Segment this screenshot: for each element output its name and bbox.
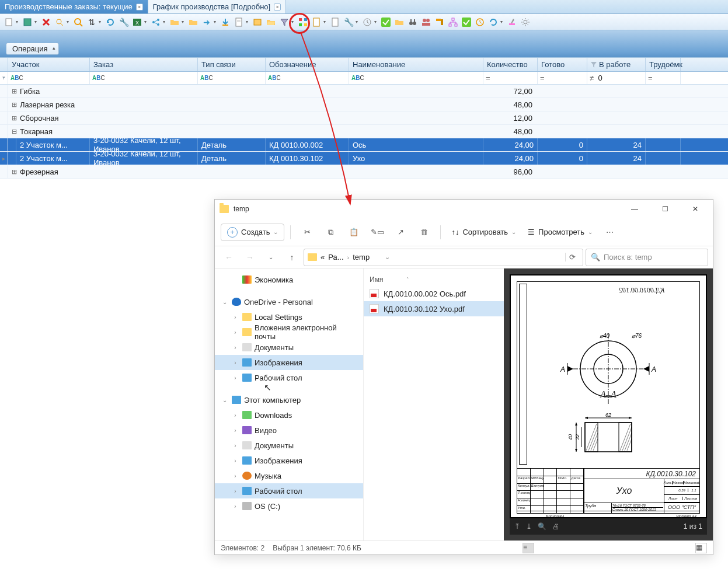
export-down-icon[interactable]: ⤓ <box>526 522 532 531</box>
row-indicator[interactable]: ▸ <box>0 152 8 165</box>
recent-button[interactable]: ⌄ <box>262 248 280 267</box>
col-oboznachenie[interactable]: Обозначение <box>266 58 349 71</box>
title-bar[interactable]: temp — ☐ ✕ <box>215 200 713 218</box>
refresh-icon[interactable] <box>104 16 117 29</box>
chevron-icon[interactable]: › <box>231 412 239 418</box>
tab-schedule[interactable]: График производства [Подробно] × <box>148 0 287 13</box>
dropdown-icon[interactable]: ▾ <box>323 19 328 25</box>
address-bar[interactable]: « Ра... › temp ⌄ ⟳ <box>304 249 583 266</box>
cell-trudoemk[interactable] <box>646 138 681 151</box>
chevron-icon[interactable]: › <box>231 344 239 351</box>
cell-gotovo[interactable]: 0 <box>538 152 587 165</box>
dropdown-icon[interactable]: ▾ <box>182 19 186 25</box>
row-selector-header[interactable] <box>0 58 8 71</box>
tool-icon[interactable]: 🔧 <box>342 16 355 29</box>
folder2-icon[interactable] <box>187 16 200 29</box>
cell-zakaz[interactable]: 3-20-0032 Качели, 12 шт, Иванов <box>90 152 198 165</box>
filter-toggle[interactable] <box>0 72 8 84</box>
cell-vrabote[interactable]: 24 <box>587 138 646 151</box>
tree-node[interactable]: ⌄Этот компьютер <box>215 392 363 407</box>
search-menu-icon[interactable] <box>53 16 66 29</box>
expander[interactable]: ⊟ <box>8 125 16 138</box>
group-name[interactable]: Лазерная резка <box>16 98 425 111</box>
binoculars-icon[interactable] <box>406 16 419 29</box>
tree-node[interactable]: ›Изображения <box>215 453 363 468</box>
cell-uchastok[interactable]: 2 Участок м... <box>16 138 90 151</box>
breadcrumb-item[interactable]: temp <box>353 253 370 261</box>
col-uchastok[interactable]: Участок <box>8 58 90 71</box>
refresh-button[interactable]: ⟳ <box>565 253 579 261</box>
cell-tip[interactable]: Деталь <box>198 152 266 165</box>
close-icon[interactable]: × <box>136 4 143 11</box>
filter-input[interactable]: ABC <box>349 72 483 84</box>
time-icon[interactable] <box>473 16 486 29</box>
filter-input[interactable]: = <box>538 72 587 84</box>
dropdown-icon[interactable]: ▾ <box>144 19 149 25</box>
tree-node[interactable]: ›Рабочий стол <box>215 370 363 385</box>
clock-icon[interactable] <box>361 16 374 29</box>
filter-input[interactable]: ABC <box>90 72 198 84</box>
back-button[interactable]: ← <box>220 248 238 267</box>
cell-kolichestvo[interactable]: 24,00 <box>483 138 538 151</box>
dropdown-icon[interactable]: ▾ <box>16 19 20 25</box>
dropdown-icon[interactable]: ▾ <box>291 19 296 25</box>
highlight-icon[interactable] <box>506 16 518 29</box>
folder-icon[interactable] <box>168 16 181 29</box>
download-icon[interactable] <box>219 16 232 29</box>
image-icon[interactable] <box>251 16 264 29</box>
dropdown-icon[interactable]: ▾ <box>163 19 168 25</box>
close-button[interactable]: ✕ <box>682 200 708 218</box>
dropdown-icon[interactable]: ▾ <box>356 19 360 25</box>
file-item[interactable]: КД.0010.30.102 Ухо.pdf <box>364 301 504 316</box>
operation-button[interactable]: Операция <box>6 43 59 55</box>
chevron-icon[interactable]: ⌄ <box>221 299 229 305</box>
cell-naimenovanie[interactable]: Ось <box>349 138 483 151</box>
row-indicator[interactable] <box>0 138 8 151</box>
file-item[interactable]: КД.0010.00.002 Ось.pdf <box>364 286 504 301</box>
group-name[interactable]: Токарная <box>16 125 425 138</box>
org-icon[interactable] <box>447 16 459 29</box>
chevron-icon[interactable]: › <box>231 473 239 479</box>
create-button[interactable]: + Создать ⌄ <box>221 224 284 241</box>
save-icon[interactable] <box>21 16 34 29</box>
filter-input[interactable]: ABC <box>266 72 349 84</box>
chevron-icon[interactable]: › <box>231 458 239 464</box>
forward-button[interactable]: → <box>241 248 259 267</box>
check2-icon[interactable] <box>460 16 473 29</box>
row-indicator[interactable] <box>0 111 8 124</box>
gear-icon[interactable] <box>519 16 532 29</box>
cell-naimenovanie[interactable]: Ухо <box>349 152 483 165</box>
tree-node[interactable]: ›Документы <box>215 340 363 355</box>
print-icon[interactable]: 🖨 <box>552 522 559 531</box>
row-indicator[interactable] <box>0 98 8 111</box>
col-naimenovanie[interactable]: Наименование <box>349 58 483 71</box>
breadcrumb-item[interactable]: Ра... <box>328 253 343 261</box>
tree-node[interactable]: ›Изображения <box>215 355 363 370</box>
dropdown-icon[interactable]: ▾ <box>500 19 505 25</box>
filter-icon[interactable]: ⇅ <box>85 16 98 29</box>
col-vrabote[interactable]: В работе <box>587 58 646 71</box>
close-icon[interactable]: × <box>274 4 281 11</box>
col-tip[interactable]: Тип связи <box>198 58 266 71</box>
row-indicator[interactable] <box>0 85 8 97</box>
expander[interactable]: ⊞ <box>8 165 16 178</box>
dropdown-icon[interactable]: ▾ <box>67 19 71 25</box>
cell-trudoemk[interactable] <box>646 152 681 165</box>
tree-node[interactable]: ⌄OneDrive - Personal <box>215 294 363 309</box>
doc2-icon[interactable] <box>329 16 342 29</box>
chevron-icon[interactable]: › <box>231 442 239 449</box>
file-list-header[interactable]: Имя˄ <box>364 273 504 286</box>
tree-node[interactable]: ›Downloads <box>215 407 363 423</box>
row-indicator[interactable] <box>0 125 8 138</box>
up-button[interactable]: ↑ <box>283 248 301 267</box>
group-name[interactable]: Гибка <box>16 85 425 97</box>
cell-oboznachenie[interactable]: КД 0010.00.002 <box>266 138 349 151</box>
tab-orders[interactable]: Производственные заказы: текущие × <box>0 0 148 13</box>
excel-icon[interactable]: X <box>131 16 144 29</box>
chevron-icon[interactable]: › <box>231 488 239 494</box>
new-icon[interactable] <box>2 16 15 29</box>
folder-open-icon[interactable] <box>264 16 277 29</box>
more-icon[interactable]: ⋯ <box>600 222 621 243</box>
group-name[interactable]: Сборочная <box>16 111 425 124</box>
dropdown-icon[interactable]: ▾ <box>34 19 39 25</box>
